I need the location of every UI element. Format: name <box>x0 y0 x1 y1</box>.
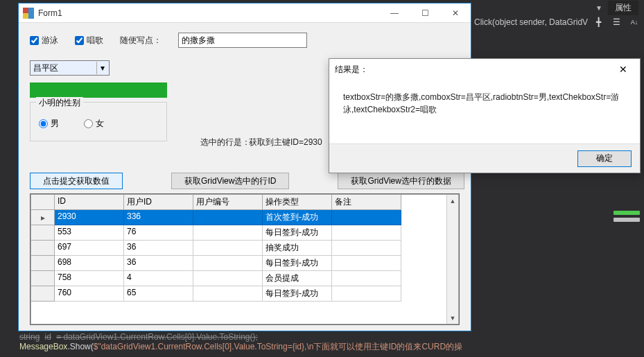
get-rowid-button[interactable]: 获取GridView选中的行ID <box>171 173 289 189</box>
gender-groupbox: 小明的性别 男 女 <box>30 102 167 141</box>
cell-id[interactable]: 553 <box>55 225 124 241</box>
checkbox-sing-label: 唱歌 <box>87 35 103 46</box>
dropdown-icon[interactable]: ▼ <box>595 4 602 12</box>
cell-bz[interactable] <box>332 210 401 225</box>
sort-icon[interactable]: A↓ <box>627 15 641 29</box>
cell-uno[interactable] <box>193 256 263 271</box>
table-row[interactable]: 7584会员提成 <box>31 271 458 286</box>
grid-row-header[interactable] <box>31 286 55 302</box>
cell-uid[interactable]: 65 <box>124 286 193 302</box>
cell-bz[interactable] <box>332 286 401 302</box>
cell-op[interactable]: 每日签到-成功 <box>263 286 332 302</box>
ok-button[interactable]: 确定 <box>577 150 632 167</box>
cell-op[interactable]: 抽奖成功 <box>263 241 332 256</box>
table-row[interactable]: 76065每日签到-成功 <box>31 286 458 302</box>
radio-female[interactable]: 女 <box>84 118 104 130</box>
grid-header-row: ID用户ID用户编号操作类型备注 <box>31 195 458 210</box>
cell-op[interactable]: 每日签到-成功 <box>263 256 332 271</box>
combobox-value: 昌平区 <box>33 62 96 74</box>
messagebox: 结果是： ✕ textboxStr=的撒多撒,comboxStr=昌平区,rad… <box>329 58 641 173</box>
cell-uno[interactable] <box>193 286 263 302</box>
messagebox-title: 结果是： <box>335 64 612 76</box>
cell-uid[interactable]: 336 <box>124 210 193 225</box>
checkbox-swim-label: 游泳 <box>42 35 58 46</box>
table-row[interactable]: 69836每日签到-成功 <box>31 256 458 271</box>
district-combobox[interactable]: 昌平区 ▾ <box>30 60 110 76</box>
top-row: 游泳 唱歌 随便写点： <box>30 33 460 48</box>
grid-row-header[interactable] <box>31 241 55 256</box>
vs-breadcrumb: Click(object sender, DataGridV ╋ ☰ A↓ <box>471 15 644 29</box>
titlebar[interactable]: Form1 — ☐ ✕ <box>19 3 471 23</box>
grid-header-cell[interactable]: 用户编号 <box>193 195 263 210</box>
checkbox-sing-input[interactable] <box>75 36 84 45</box>
cell-id[interactable]: 760 <box>55 286 124 302</box>
cell-uid[interactable]: 76 <box>124 225 193 241</box>
chevron-down-icon[interactable]: ▾ <box>96 62 107 74</box>
app-icon <box>23 8 34 19</box>
method-signature: Click(object sender, DataGridV <box>474 17 588 27</box>
cell-uno[interactable] <box>193 241 263 256</box>
cell-bz[interactable] <box>332 225 401 241</box>
grid-row-header[interactable] <box>31 225 55 241</box>
checkbox-swim-input[interactable] <box>30 36 39 45</box>
plus-icon[interactable]: ╋ <box>591 15 605 29</box>
cell-id[interactable]: 698 <box>55 256 124 271</box>
grid-corner[interactable] <box>31 195 55 210</box>
close-icon[interactable]: ✕ <box>612 62 634 77</box>
cell-id[interactable]: 697 <box>55 241 124 256</box>
cell-uid[interactable]: 4 <box>124 271 193 286</box>
groupbox-legend: 小明的性别 <box>36 97 83 109</box>
scroll-up-icon[interactable]: ▲ <box>447 195 458 207</box>
green-progress-bar <box>30 82 167 98</box>
properties-panel-label[interactable]: 属性 <box>608 1 638 15</box>
cell-op[interactable]: 首次签到-成功 <box>263 210 332 225</box>
cell-uno[interactable] <box>193 271 263 286</box>
cell-uid[interactable]: 36 <box>124 256 193 271</box>
grid-header-cell[interactable]: 备注 <box>332 195 401 210</box>
checkbox-sing[interactable]: 唱歌 <box>75 35 103 46</box>
window-title: Form1 <box>38 8 379 18</box>
get-rowdata-button[interactable]: 获取GridView选中行的数据 <box>338 173 464 189</box>
datagridview[interactable]: ID用户ID用户编号操作类型备注▸2930336首次签到-成功55376每日签到… <box>30 193 460 325</box>
scroll-down-icon[interactable]: ▼ <box>447 312 458 324</box>
cell-op[interactable]: 每日签到-成功 <box>263 225 332 241</box>
checkbox-swim[interactable]: 游泳 <box>30 35 58 46</box>
grid-row-header[interactable] <box>31 271 55 286</box>
cell-uid[interactable]: 36 <box>124 241 193 256</box>
table-row[interactable]: 55376每日签到-成功 <box>31 225 458 241</box>
grid-scrollbar[interactable]: ▲ ▼ <box>446 195 458 324</box>
radio-male[interactable]: 男 <box>39 118 59 130</box>
freewrite-input[interactable] <box>178 33 307 48</box>
grid-header-cell[interactable]: 操作类型 <box>263 195 332 210</box>
grid-row-header[interactable] <box>31 256 55 271</box>
table-row[interactable]: ▸2930336首次签到-成功 <box>31 210 458 225</box>
selected-row-label: 选中的行是： <box>200 137 250 148</box>
cell-id[interactable]: 2930 <box>55 210 124 225</box>
close-button[interactable]: ✕ <box>440 3 471 23</box>
table-row[interactable]: 69736抽奖成功 <box>31 241 458 256</box>
vs-topbar: ▼ 属性 <box>471 0 644 15</box>
selected-row-value: 获取到主键ID=2930 <box>249 137 322 148</box>
code-line-declaration: string id = dataGridView1.CurrentRow.Cel… <box>19 332 640 342</box>
cell-uno[interactable] <box>193 210 263 225</box>
minimize-button[interactable]: — <box>379 3 410 23</box>
freewrite-label: 随便写点： <box>120 35 162 46</box>
grid-header-cell[interactable]: ID <box>55 195 124 210</box>
maximize-button[interactable]: ☐ <box>410 3 440 23</box>
grid-header-cell[interactable]: 用户ID <box>124 195 193 210</box>
code-line-messagebox: MessageBox.Show($"dataGridView1.CurrentR… <box>19 341 640 353</box>
radio-male-input[interactable] <box>39 119 48 128</box>
cell-bz[interactable] <box>332 271 401 286</box>
cell-uno[interactable] <box>193 225 263 241</box>
list-icon[interactable]: ☰ <box>609 15 623 29</box>
grid-row-header[interactable]: ▸ <box>31 210 55 225</box>
cell-bz[interactable] <box>332 256 401 271</box>
radio-female-input[interactable] <box>84 119 93 128</box>
cell-op[interactable]: 会员提成 <box>263 271 332 286</box>
cell-bz[interactable] <box>332 241 401 256</box>
cell-id[interactable]: 758 <box>55 271 124 286</box>
radio-female-label: 女 <box>96 118 104 130</box>
submit-button[interactable]: 点击提交获取数值 <box>30 173 123 189</box>
messagebox-body: textboxStr=的撒多撒,comboxStr=昌平区,radiobtnSt… <box>329 80 640 143</box>
messagebox-titlebar[interactable]: 结果是： ✕ <box>329 59 640 80</box>
